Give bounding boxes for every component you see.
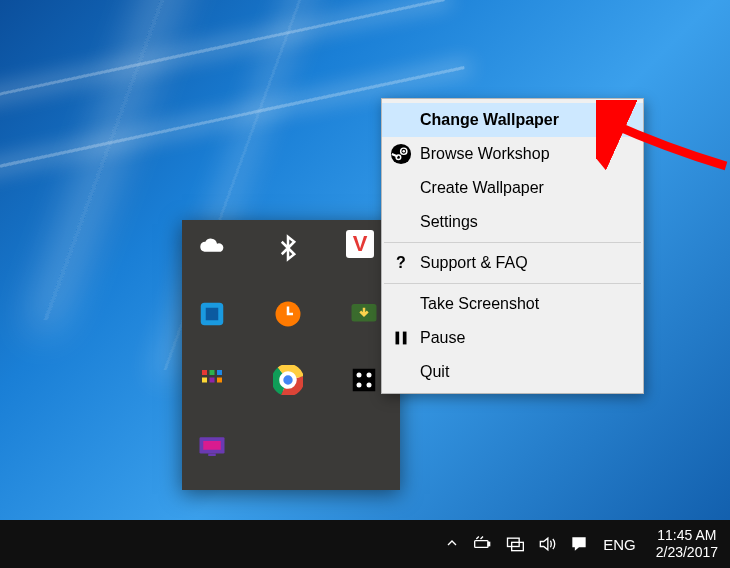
svg-rect-22 xyxy=(203,441,221,450)
pause-icon xyxy=(390,327,412,349)
svg-point-18 xyxy=(367,373,372,378)
svg-point-17 xyxy=(357,373,362,378)
menu-item-label: Browse Workshop xyxy=(420,145,550,163)
svg-rect-29 xyxy=(403,332,407,345)
question-icon: ? xyxy=(390,252,412,274)
svg-rect-31 xyxy=(488,542,490,545)
wallpaper-engine-icon[interactable] xyxy=(346,362,382,398)
svg-rect-8 xyxy=(210,378,215,383)
svg-rect-28 xyxy=(396,332,400,345)
clock-time: 11:45 AM xyxy=(656,527,718,544)
menu-separator xyxy=(384,242,641,243)
menu-create-wallpaper[interactable]: Create Wallpaper xyxy=(382,171,643,205)
svg-rect-30 xyxy=(475,541,488,548)
menu-take-screenshot[interactable]: Take Screenshot xyxy=(382,287,643,321)
svg-point-20 xyxy=(367,383,372,388)
desktop[interactable]: V xyxy=(0,0,730,568)
antivirus-icon[interactable]: V xyxy=(346,230,374,258)
battery-icon[interactable] xyxy=(467,520,499,568)
menu-settings[interactable]: Settings xyxy=(382,205,643,239)
wallpaper-decoration xyxy=(0,0,445,105)
menu-browse-workshop[interactable]: Browse Workshop xyxy=(382,137,643,171)
svg-point-26 xyxy=(402,150,405,153)
menu-item-label: Support & FAQ xyxy=(420,254,528,272)
idm-icon[interactable] xyxy=(346,296,382,332)
svg-rect-7 xyxy=(202,378,207,383)
svg-rect-1 xyxy=(206,308,219,321)
svg-rect-9 xyxy=(217,378,222,383)
tray-chevron-icon[interactable] xyxy=(437,535,467,554)
clock-date: 2/23/2017 xyxy=(656,544,718,561)
display-app-icon[interactable] xyxy=(194,428,230,464)
menu-item-label: Quit xyxy=(420,363,449,381)
menu-item-label: Pause xyxy=(420,329,465,347)
language-indicator[interactable]: ENG xyxy=(595,536,644,553)
menu-pause[interactable]: Pause xyxy=(382,321,643,355)
steam-icon xyxy=(390,143,412,165)
context-menu[interactable]: Change Wallpaper Browse Workshop Create … xyxy=(381,98,644,394)
menu-item-label: Take Screenshot xyxy=(420,295,539,313)
menu-support-faq[interactable]: ? Support & FAQ xyxy=(382,246,643,280)
menu-quit[interactable]: Quit xyxy=(382,355,643,389)
pixel-app-icon[interactable] xyxy=(194,362,230,398)
svg-point-19 xyxy=(357,383,362,388)
onedrive-icon[interactable] xyxy=(194,230,230,266)
taskbar[interactable]: ENG 11:45 AM 2/23/2017 xyxy=(0,520,730,568)
svg-rect-5 xyxy=(210,370,215,375)
menu-change-wallpaper[interactable]: Change Wallpaper xyxy=(382,103,643,137)
clock[interactable]: 11:45 AM 2/23/2017 xyxy=(644,527,730,561)
volume-icon[interactable] xyxy=(531,520,563,568)
menu-separator xyxy=(384,283,641,284)
intel-graphics-icon[interactable] xyxy=(194,296,230,332)
menu-item-label: Create Wallpaper xyxy=(420,179,544,197)
svg-rect-23 xyxy=(208,454,216,457)
language-label: ENG xyxy=(603,536,636,553)
network-icon[interactable] xyxy=(499,520,531,568)
action-center-icon[interactable] xyxy=(563,520,595,568)
chrome-icon[interactable] xyxy=(270,362,306,398)
wallpaper-decoration xyxy=(44,0,201,320)
tray-overflow-popup[interactable]: V xyxy=(182,220,400,490)
svg-rect-6 xyxy=(217,370,222,375)
bluetooth-icon[interactable] xyxy=(270,230,306,266)
updater-icon[interactable] xyxy=(270,296,306,332)
svg-rect-4 xyxy=(202,370,207,375)
menu-item-label: Change Wallpaper xyxy=(420,111,559,129)
menu-item-label: Settings xyxy=(420,213,478,231)
svg-rect-16 xyxy=(353,369,376,392)
